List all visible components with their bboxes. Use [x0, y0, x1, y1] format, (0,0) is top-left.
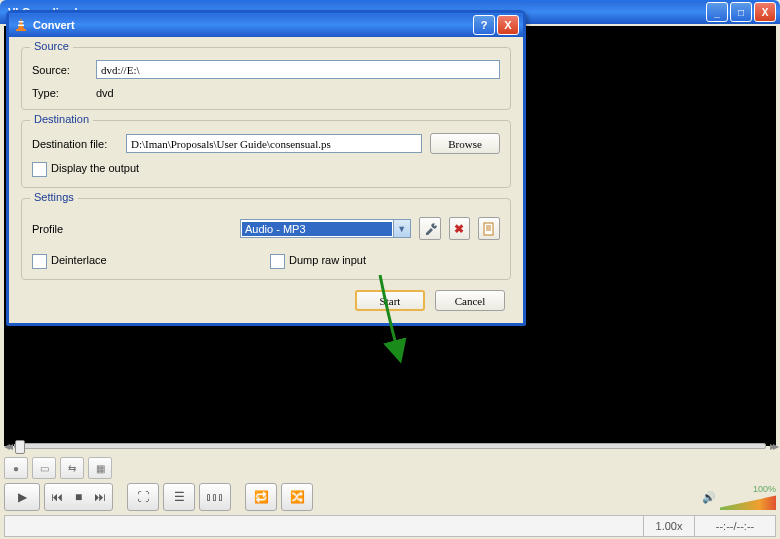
equalizer-button[interactable]: ⫾⫾⫾	[199, 483, 231, 511]
time-display: --:--/--:--	[694, 516, 775, 536]
profile-value: Audio - MP3	[242, 222, 392, 236]
display-output-checkbox[interactable]: Display the output	[32, 162, 139, 177]
minimize-button[interactable]: _	[706, 2, 728, 22]
speaker-icon[interactable]: 🔊	[702, 491, 716, 504]
dump-raw-checkbox[interactable]: Dump raw input	[270, 254, 366, 269]
playlist-button[interactable]: ☰	[163, 483, 195, 511]
volume-control[interactable]: 🔊 100%	[702, 484, 776, 510]
atob-button[interactable]: ⇆	[60, 457, 84, 479]
browse-button[interactable]: Browse	[430, 133, 500, 154]
destination-legend: Destination	[30, 113, 93, 125]
checkbox-icon	[270, 254, 285, 269]
prev-stop-next-group[interactable]: ⏮■⏭	[44, 483, 113, 511]
shuffle-button[interactable]: 🔀	[281, 483, 313, 511]
source-group: Source Source: Type: dvd	[21, 47, 511, 110]
edit-profile-button[interactable]	[419, 217, 441, 240]
svg-marker-0	[18, 18, 24, 29]
close-button[interactable]: X	[754, 2, 776, 22]
prev-icon[interactable]: ⏮	[45, 490, 69, 504]
destination-group: Destination Destination file: Browse Dis…	[21, 120, 511, 188]
dialog-titlebar[interactable]: Convert ? X	[9, 13, 523, 37]
wrench-icon	[423, 222, 437, 236]
fullscreen-button[interactable]: ⛶	[127, 483, 159, 511]
seek-bar-row: ◂◂ ▸▸	[4, 439, 776, 453]
type-value: dvd	[96, 87, 114, 99]
destination-file-input[interactable]	[126, 134, 422, 153]
maximize-button[interactable]: □	[730, 2, 752, 22]
new-profile-button[interactable]	[478, 217, 500, 240]
dialog-title: Convert	[33, 19, 471, 31]
deinterlace-label: Deinterlace	[51, 254, 107, 266]
source-label: Source:	[32, 64, 88, 76]
seek-back-icon[interactable]: ◂◂	[4, 439, 10, 453]
start-button[interactable]: Start	[355, 290, 425, 311]
record-button[interactable]: ●	[4, 457, 28, 479]
playback-speed[interactable]: 1.00x	[643, 516, 694, 536]
display-output-label: Display the output	[51, 162, 139, 174]
dump-raw-label: Dump raw input	[289, 254, 366, 266]
toolbar-row-2: ▶ ⏮■⏭ ⛶ ☰ ⫾⫾⫾ 🔁 🔀 🔊 100%	[4, 483, 776, 511]
stop-icon[interactable]: ■	[69, 490, 88, 504]
status-text	[5, 516, 643, 536]
source-input[interactable]	[96, 60, 500, 79]
settings-legend: Settings	[30, 191, 78, 203]
profile-select[interactable]: Audio - MP3 ▼	[240, 219, 411, 238]
snapshot-button[interactable]: ▭	[32, 457, 56, 479]
source-legend: Source	[30, 40, 73, 52]
play-button[interactable]: ▶	[4, 483, 40, 511]
svg-rect-3	[18, 25, 24, 27]
seek-track[interactable]	[14, 443, 766, 449]
dialog-button-row: Start Cancel	[21, 290, 511, 311]
svg-rect-4	[484, 223, 493, 235]
svg-rect-1	[16, 29, 26, 31]
checkbox-icon	[32, 162, 47, 177]
destination-file-label: Destination file:	[32, 138, 118, 150]
volume-percent: 100%	[753, 484, 776, 494]
status-bar: 1.00x --:--/--:--	[4, 515, 776, 537]
loop-button[interactable]: 🔁	[245, 483, 277, 511]
convert-dialog: Convert ? X Source Source: Type: dvd Des…	[6, 10, 526, 326]
frame-button[interactable]: ▦	[88, 457, 112, 479]
checkbox-icon	[32, 254, 47, 269]
chevron-down-icon[interactable]: ▼	[393, 220, 410, 237]
seek-thumb[interactable]	[15, 440, 25, 454]
vlc-cone-icon	[13, 17, 29, 33]
cancel-button[interactable]: Cancel	[435, 290, 505, 311]
profile-label: Profile	[32, 223, 232, 235]
bottom-panel: ◂◂ ▸▸ ● ▭ ⇆ ▦ ▶ ⏮■⏭ ⛶ ☰ ⫾⫾⫾ 🔁 🔀 🔊	[4, 439, 776, 537]
delete-profile-button[interactable]: ✖	[449, 217, 471, 240]
deinterlace-checkbox[interactable]: Deinterlace	[32, 254, 262, 269]
toolbar-row-1: ● ▭ ⇆ ▦	[4, 457, 776, 479]
document-icon	[483, 222, 495, 236]
type-label: Type:	[32, 87, 88, 99]
seek-fwd-icon[interactable]: ▸▸	[770, 439, 776, 453]
volume-bar[interactable]	[720, 494, 776, 510]
svg-rect-2	[19, 21, 24, 23]
dialog-help-button[interactable]: ?	[473, 15, 495, 35]
next-icon[interactable]: ⏭	[88, 490, 112, 504]
settings-group: Settings Profile Audio - MP3 ▼ ✖ Deinter…	[21, 198, 511, 280]
dialog-close-button[interactable]: X	[497, 15, 519, 35]
